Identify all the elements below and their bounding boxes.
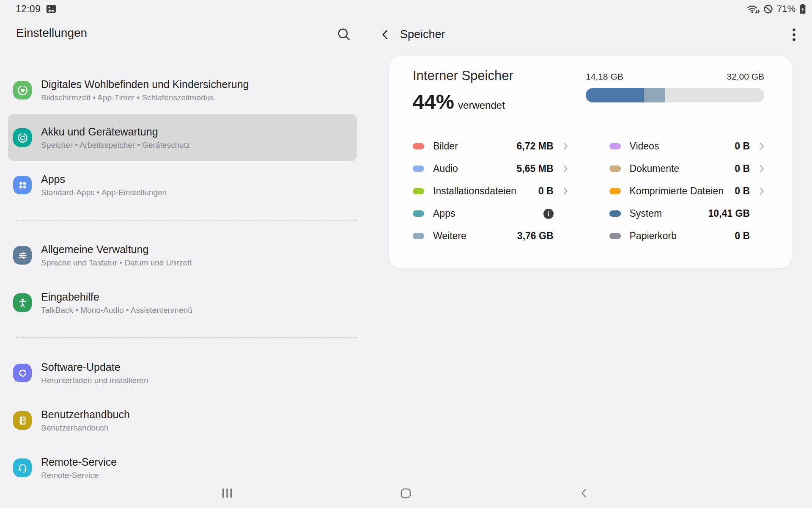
recents-icon[interactable] <box>214 478 240 508</box>
category-row-komprimierte-dateien[interactable]: Komprimierte Dateien0 B <box>609 180 765 202</box>
category-label: Komprimierte Dateien <box>630 185 735 197</box>
user-manual-icon: ? <box>13 411 32 430</box>
digital-wellbeing-icon <box>13 81 32 99</box>
category-row-bilder[interactable]: Bilder6,72 MB <box>413 135 568 157</box>
category-label: Videos <box>630 141 735 152</box>
chevron-right-icon <box>554 187 568 195</box>
usage-suffix: verwendet <box>458 99 505 111</box>
sidebar-item-device-care[interactable]: Akku und GerätewartungSpeicher • Arbeits… <box>8 114 357 161</box>
sidebar-item-general-management[interactable]: Allgemeine VerwaltungSprache und Tastatu… <box>8 232 357 279</box>
chevron-right-icon <box>554 142 568 150</box>
more-options-icon[interactable] <box>790 28 798 42</box>
category-label: Installationsdateien <box>433 185 538 197</box>
sidebar-item-label: Digitales Wohlbefinden und Kindersicheru… <box>41 78 249 91</box>
category-value: 3,76 GB <box>517 230 554 242</box>
category-column-2: Videos0 BDokumente0 BKomprimierte Dateie… <box>609 135 765 247</box>
category-color-pill <box>609 166 621 172</box>
chevron-right-icon <box>554 165 568 173</box>
sidebar-item-sublabel: TalkBack • Mono-Audio • Assistentenmenü <box>41 305 192 315</box>
category-row-dokumente[interactable]: Dokumente0 B <box>609 157 765 180</box>
category-row-videos[interactable]: Videos0 B <box>609 135 765 157</box>
category-color-pill <box>413 143 424 149</box>
category-label: Apps <box>433 208 543 219</box>
category-color-pill <box>413 166 424 172</box>
navigation-bar <box>0 478 812 508</box>
category-column-1: Bilder6,72 MBAudio5,65 MBInstallationsda… <box>413 135 568 247</box>
svg-text:?: ? <box>22 418 25 423</box>
category-value: 5,65 MB <box>517 163 554 174</box>
sidebar-item-label: Eingabehilfe <box>41 290 192 304</box>
category-row-apps: Appsi <box>413 202 568 225</box>
back-button[interactable] <box>379 28 392 41</box>
category-value: 0 B <box>735 163 750 174</box>
sidebar-item-user-manual[interactable]: ?BenutzerhandbuchBenutzerhandbuch <box>8 397 357 444</box>
category-row-weitere: Weitere3,76 GB <box>413 225 568 247</box>
category-color-pill <box>609 188 621 194</box>
apps-icon <box>13 176 32 194</box>
category-value: 0 B <box>735 185 750 197</box>
sidebar-item-sublabel: Benutzerhandbuch <box>41 423 130 433</box>
sidebar-item-label: Benutzerhandbuch <box>41 408 130 421</box>
category-row-system: System10,41 GB <box>609 202 765 225</box>
category-value: 0 B <box>735 230 750 242</box>
storage-detail-panel: Speicher Interner Speicher 44% verwendet… <box>368 18 812 478</box>
chevron-right-icon <box>750 142 764 150</box>
sidebar-item-sublabel: Sprache und Tastatur • Datum und Uhrzeit <box>41 258 192 268</box>
sidebar-item-sublabel: Speicher • Arbeitsspeicher • Geräteschut… <box>41 140 190 150</box>
card-title: Interner Speicher <box>413 68 513 83</box>
battery-charging-icon <box>799 3 806 14</box>
category-color-pill <box>609 210 621 217</box>
category-color-pill <box>609 233 621 239</box>
sidebar-item-label: Software-Update <box>41 361 148 374</box>
sidebar-item-software-update[interactable]: Software-UpdateHerunterladen und install… <box>8 349 357 397</box>
do-not-disturb-icon <box>763 4 773 14</box>
general-management-icon <box>13 246 32 265</box>
storage-progress-bar <box>586 88 764 102</box>
category-value: 0 B <box>538 185 554 197</box>
sidebar-item-sublabel: Standard-Apps • App-Einstellungen <box>41 188 167 198</box>
device-care-icon <box>13 128 32 147</box>
page-title: Einstellungen <box>16 26 87 40</box>
usage-percent: 44% <box>413 90 454 113</box>
settings-app-screen: 12:09 71% Einstellungen Digitales <box>0 0 812 508</box>
detail-title: Speicher <box>400 28 445 41</box>
sidebar-item-sublabel: Herunterladen und installieren <box>41 375 148 386</box>
sidebar-item-label: Akku und Gerätewartung <box>41 125 190 138</box>
category-color-pill <box>609 143 621 149</box>
category-row-audio[interactable]: Audio5,65 MB <box>413 157 568 180</box>
sidebar-item-accessibility[interactable]: EingabehilfeTalkBack • Mono-Audio • Assi… <box>8 279 357 326</box>
settings-header: Einstellungen <box>0 18 368 66</box>
category-label: Bilder <box>433 141 517 152</box>
category-row-installationsdateien[interactable]: Installationsdateien0 B <box>413 180 568 202</box>
category-label: Weitere <box>433 230 517 242</box>
used-amount: 14,18 GB <box>586 72 623 82</box>
home-icon[interactable] <box>393 478 418 508</box>
storage-categories: Bilder6,72 MBAudio5,65 MBInstallationsda… <box>413 135 764 247</box>
category-value: 10,41 GB <box>708 208 750 219</box>
sidebar-item-remote-service[interactable]: Remote-ServiceRemote-Service <box>8 444 357 478</box>
image-notification-icon <box>46 5 56 13</box>
accessibility-icon <box>13 293 32 312</box>
settings-list: Digitales Wohlbefinden und Kindersicheru… <box>0 66 368 478</box>
info-icon[interactable]: i <box>543 209 554 219</box>
category-row-papierkorb: Papierkorb0 B <box>609 225 765 247</box>
sidebar-item-apps[interactable]: AppsStandard-Apps • App-Einstellungen <box>8 161 357 209</box>
sidebar-item-digital-wellbeing[interactable]: Digitales Wohlbefinden und Kindersicheru… <box>8 66 357 114</box>
category-label: Papierkorb <box>630 230 735 242</box>
storage-bar-block: 14,18 GB 32,00 GB <box>586 72 764 102</box>
sidebar-item-sublabel: Bildschirmzeit • App-Timer • Schlafensze… <box>41 93 249 103</box>
sidebar-item-label: Remote-Service <box>41 456 117 469</box>
category-value: 6,72 MB <box>517 141 554 152</box>
sidebar-item-label: Apps <box>41 173 167 186</box>
category-color-pill <box>413 233 424 239</box>
category-label: Audio <box>433 163 517 174</box>
remote-service-icon <box>13 458 32 477</box>
clock: 12:09 <box>16 3 41 15</box>
software-update-icon <box>13 364 32 382</box>
search-icon[interactable] <box>337 27 351 41</box>
status-bar: 12:09 71% <box>0 0 812 18</box>
category-value: 0 B <box>735 141 750 152</box>
back-nav-icon[interactable] <box>571 478 596 508</box>
bar-segment-used-main <box>586 88 644 102</box>
settings-list-panel: Einstellungen Digitales Wohlbefinden und… <box>0 18 368 478</box>
